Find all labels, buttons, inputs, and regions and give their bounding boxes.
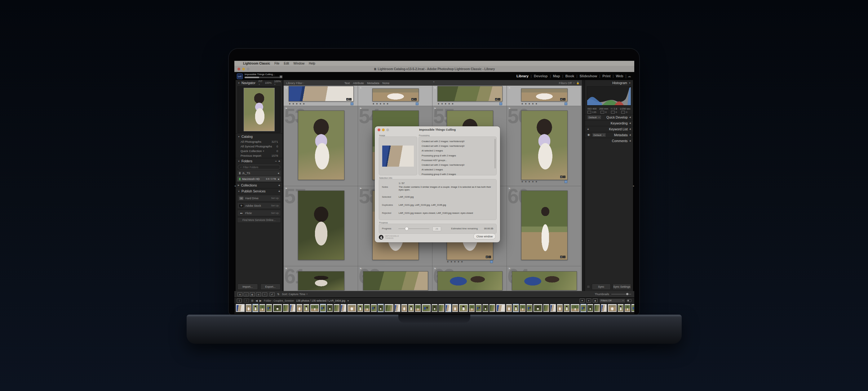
grid-cell-57[interactable]: 57⚑ — [284, 186, 358, 266]
filmstrip-thumbnail[interactable] — [432, 304, 438, 312]
develop-badge-icon[interactable]: ± — [563, 98, 565, 101]
cell-photo[interactable] — [437, 271, 502, 290]
cell-photo[interactable] — [521, 110, 568, 180]
filters-toggle-switch[interactable] — [627, 299, 632, 302]
filter-tab-none[interactable]: None — [382, 81, 390, 85]
filmstrip-thumbnail[interactable] — [580, 304, 587, 312]
grid-cell-53[interactable]: 53⚑ — [284, 106, 358, 186]
metadata-header[interactable]: 👁 Default÷ Metadata ◀ — [585, 132, 633, 138]
develop-badge-icon[interactable]: ± — [349, 98, 351, 101]
filmstrip-thumbnail[interactable] — [459, 304, 468, 312]
progress-slider[interactable] — [398, 228, 429, 229]
module-tab-print[interactable]: Print — [602, 74, 610, 78]
grid-cell-62[interactable]: 62⚑ — [358, 266, 432, 291]
flag-icon[interactable]: ⚑ — [434, 267, 436, 270]
filmstrip-thumbnail[interactable] — [283, 304, 289, 312]
publish-service-hard-drive[interactable]: ▭Hard DriveSet Up — [237, 195, 281, 201]
filmstrip-thumbnail[interactable] — [266, 304, 272, 312]
flag-icon[interactable]: ⚑ — [285, 107, 287, 110]
filter-tab-attribute[interactable]: Attribute — [353, 81, 364, 85]
filmstrip-thumbnail[interactable] — [631, 304, 634, 312]
cancel-task-icon[interactable]: ✕ — [280, 76, 282, 78]
quick-develop-header[interactable]: Default÷ Quick Develop ◀ — [585, 114, 633, 120]
cloud-sync-icon[interactable]: | ☁ — [626, 74, 631, 78]
color-filter-icon[interactable]: ▣ — [593, 299, 598, 303]
filmstrip-thumbnail[interactable] — [624, 304, 630, 312]
filmstrip-thumbnail[interactable] — [618, 304, 624, 312]
histogram-graph[interactable] — [587, 86, 631, 106]
filmstrip-thumbnail[interactable] — [587, 304, 593, 312]
grid-cell[interactable]: ⚑◩±★ ★ ★ ★ ★ — [284, 86, 358, 106]
catalog-item[interactable]: Previous Import1578 — [236, 153, 282, 158]
filmstrip-thumbnail[interactable] — [594, 304, 600, 312]
export-button[interactable]: Export... — [260, 284, 281, 290]
keyword-list-header[interactable]: + Keyword List ◀ — [585, 126, 633, 132]
folder-volume-macintosh hd[interactable]: Macintosh HD0.9 / 3 TB◀ — [237, 176, 281, 181]
filmstrip-thumbnail[interactable] — [364, 304, 370, 312]
filmstrip-thumbnail[interactable] — [557, 304, 563, 312]
navigator-zoom-2[interactable]: 100% ÷ — [274, 80, 281, 86]
remove-folder-icon[interactable]: − — [275, 159, 277, 163]
progress-slider-knob[interactable] — [405, 227, 408, 230]
flag-icon[interactable]: ⚑ — [359, 187, 362, 190]
import-button[interactable]: Import... — [238, 284, 258, 290]
filmstrip-thumbnail[interactable] — [340, 304, 347, 312]
grid-cell-63[interactable]: 63⚑ — [432, 266, 507, 291]
navigator-header[interactable]: ▼ Navigator FIT ÷100%100% ÷ — [236, 80, 282, 86]
filmstrip-thumbnail[interactable] — [608, 304, 617, 312]
flag-icon[interactable]: ⚑ — [508, 107, 510, 110]
grid-view-shortcut-icon[interactable]: ⊞ — [251, 299, 253, 302]
collapse-right-panel[interactable]: ▶ — [633, 80, 634, 291]
filmstrip-thumbnail[interactable] — [601, 304, 607, 312]
disclosure-triangle-icon[interactable]: ◀ — [277, 178, 279, 180]
quick-develop-preset-combo[interactable]: Default÷ — [587, 115, 601, 119]
people-view-icon[interactable]: ☺ — [262, 292, 267, 296]
cell-photo[interactable] — [437, 86, 502, 102]
filmstrip-thumbnail[interactable] — [401, 304, 407, 312]
sort-direction-icon[interactable]: ⇅ — [277, 292, 280, 296]
filmstrip-thumbnail[interactable] — [452, 304, 458, 312]
filmstrip-thumbnail[interactable] — [550, 304, 556, 312]
filmstrip-source[interactable]: Folder : Couples_Session — [264, 299, 294, 302]
develop-badge-icon[interactable]: ± — [498, 98, 500, 101]
flag-icon[interactable]: ⚑ — [434, 87, 436, 90]
crop-badge-icon[interactable]: ◩ — [346, 98, 349, 101]
menu-item-file[interactable]: File — [274, 62, 279, 65]
filmstrip-thumbnail[interactable] — [394, 304, 401, 312]
develop-badge-icon[interactable]: ± — [489, 256, 491, 258]
window-title-bar[interactable]: 🗎 Lightroom Catalog-v13-5-2.lrcat - Adob… — [235, 66, 634, 72]
filmstrip-thumbnail[interactable] — [384, 304, 394, 312]
collections-header[interactable]: ▶ Collections + — [236, 182, 282, 188]
navigator-zoom-1[interactable]: 100% — [265, 81, 272, 84]
star-rating[interactable]: ★ ★ ★ ★ ★ — [447, 260, 463, 263]
filmstrip-thumbnail[interactable] — [526, 304, 533, 312]
flag-icon[interactable]: ⚑ — [285, 267, 287, 270]
close-window-button[interactable]: Close window — [473, 233, 496, 239]
processing-log-well[interactable]: Created set with 2 images: /var/folders/… — [418, 137, 497, 175]
loupe-view-icon[interactable]: ▢ — [244, 292, 249, 296]
publish-service-adobe-stock[interactable]: StAdobe StockSet Up — [237, 202, 281, 209]
filmstrip-thumbnail[interactable] — [371, 304, 377, 312]
filmstrip-thumbnail[interactable] — [273, 304, 282, 312]
flag-icon[interactable]: ⚑ — [434, 107, 436, 110]
survey-view-icon[interactable]: ⊟ — [256, 292, 261, 296]
filmstrip-thumbnail[interactable] — [533, 304, 542, 312]
crop-badge-icon[interactable]: ◩ — [495, 98, 498, 101]
filmstrip-thumbnail[interactable] — [252, 304, 258, 312]
add-keyword-icon[interactable]: + — [587, 127, 589, 131]
grid-cell-56[interactable]: 56⚑◩±★ ★ ★ ★ ★ — [507, 106, 581, 186]
menu-item-window[interactable]: Window — [293, 62, 305, 65]
grid-cell[interactable]: ⚑◩±★ ★ ★ ★ ★ — [432, 86, 507, 106]
filmstrip-thumbnail[interactable] — [489, 304, 495, 312]
grid-cell-64[interactable]: 64⚑ — [507, 266, 581, 291]
filmstrip-info[interactable]: 135 photos / 135 selected / LAR_0404.jpg — [296, 299, 345, 302]
add-service-icon[interactable]: + — [278, 189, 280, 193]
filmstrip-thumbnail[interactable] — [347, 304, 356, 312]
sync-button[interactable]: Sync — [592, 284, 611, 290]
module-tab-develop[interactable]: Develop — [534, 74, 548, 78]
filter-lock-icon[interactable]: 🔒 — [576, 82, 579, 84]
crop-badge-icon[interactable]: ◩ — [486, 256, 488, 258]
publish-service-flickr[interactable]: ●●FlickrSet Up — [237, 210, 281, 216]
cell-photo[interactable] — [298, 110, 344, 180]
flag-icon[interactable]: ⚑ — [508, 187, 510, 190]
